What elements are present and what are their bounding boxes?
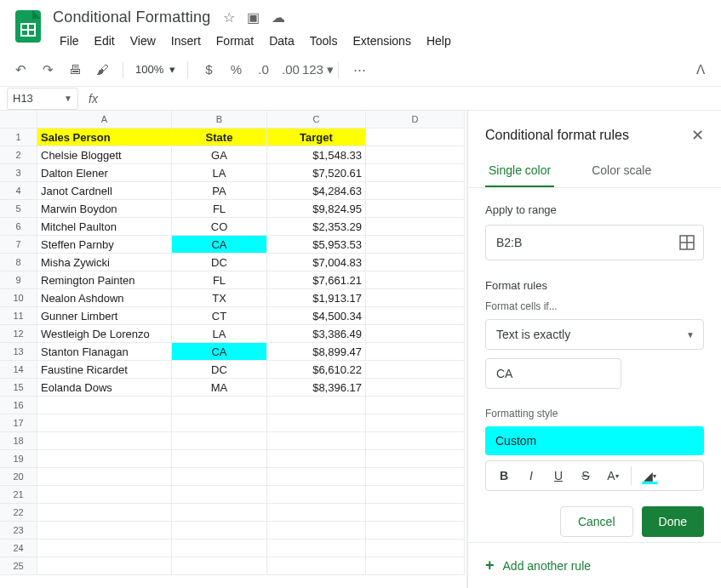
row-header[interactable]: 18 [0, 432, 37, 450]
cell[interactable] [366, 432, 465, 450]
move-icon[interactable]: ▣ [247, 9, 260, 26]
cell[interactable] [37, 504, 172, 522]
cell[interactable] [37, 486, 172, 504]
text-color-button[interactable]: A▾ [600, 464, 626, 488]
cell[interactable] [366, 504, 465, 522]
cell[interactable] [37, 557, 172, 575]
row-header[interactable]: 2 [0, 146, 37, 164]
cell[interactable]: $7,661.21 [267, 271, 366, 289]
bold-button[interactable]: B [491, 464, 517, 488]
cell[interactable] [366, 182, 465, 200]
decrease-decimal-button[interactable]: .0 [251, 58, 275, 82]
cell[interactable]: Chelsie Bloggett [37, 146, 172, 164]
cell[interactable] [267, 486, 366, 504]
cell[interactable]: DC [172, 361, 267, 379]
star-icon[interactable]: ☆ [223, 9, 235, 26]
row-header[interactable]: 24 [0, 539, 37, 557]
range-input[interactable]: B2:B [485, 225, 704, 260]
cell[interactable] [172, 539, 267, 557]
cell[interactable] [37, 539, 172, 557]
cell[interactable]: $3,386.49 [267, 325, 366, 343]
sheets-logo[interactable] [14, 7, 44, 46]
cell[interactable]: Stanton Flanagan [37, 343, 172, 361]
cell[interactable] [37, 432, 172, 450]
cell[interactable] [366, 271, 465, 289]
menu-file[interactable]: File [53, 31, 86, 51]
cell[interactable] [172, 450, 267, 468]
cell[interactable]: PA [172, 182, 267, 200]
name-box[interactable]: H13 ▼ [7, 88, 78, 110]
cell[interactable]: Eolanda Dows [37, 379, 172, 397]
cell[interactable] [37, 522, 172, 539]
condition-dropdown[interactable]: Text is exactly ▼ [485, 319, 704, 350]
cell[interactable] [267, 432, 366, 450]
cell[interactable]: FL [172, 271, 267, 289]
cell[interactable] [366, 557, 465, 575]
cell[interactable] [172, 432, 267, 450]
row-header[interactable]: 23 [0, 522, 37, 539]
cell[interactable]: DC [172, 254, 267, 271]
row-header[interactable]: 19 [0, 450, 37, 468]
menu-format[interactable]: Format [209, 31, 260, 51]
row-header[interactable]: 4 [0, 182, 37, 200]
cell[interactable] [172, 486, 267, 504]
menu-extensions[interactable]: Extensions [346, 31, 417, 51]
cell[interactable] [172, 468, 267, 486]
cell[interactable]: Faustine Ricardet [37, 361, 172, 379]
done-button[interactable]: Done [642, 506, 704, 537]
cell[interactable]: Janot Cardnell [37, 182, 172, 200]
cell[interactable] [366, 450, 465, 468]
cell[interactable] [172, 414, 267, 432]
cell[interactable]: Misha Zywicki [37, 254, 172, 271]
close-icon[interactable]: ✕ [691, 126, 704, 145]
cell[interactable]: FL [172, 200, 267, 218]
row-header[interactable]: 20 [0, 468, 37, 486]
cell[interactable]: LA [172, 325, 267, 343]
row-header[interactable]: 9 [0, 271, 37, 289]
redo-button[interactable]: ↷ [36, 58, 60, 82]
cell[interactable] [366, 289, 465, 307]
cell[interactable]: $9,824.95 [267, 200, 366, 218]
cell[interactable]: MA [172, 379, 267, 397]
cell[interactable]: Gunner Limbert [37, 307, 172, 325]
cell[interactable]: Dalton Elener [37, 164, 172, 182]
cell[interactable] [366, 218, 465, 236]
cell[interactable] [366, 486, 465, 504]
cell[interactable] [37, 397, 172, 414]
cell[interactable]: $1,548.33 [267, 146, 366, 164]
cell[interactable]: TX [172, 289, 267, 307]
cancel-button[interactable]: Cancel [560, 506, 633, 537]
row-header[interactable]: 13 [0, 343, 37, 361]
row-header[interactable]: 11 [0, 307, 37, 325]
cell[interactable] [366, 361, 465, 379]
cell[interactable] [37, 414, 172, 432]
collapse-toolbar-button[interactable]: ᐱ [689, 58, 712, 82]
row-header[interactable]: 16 [0, 397, 37, 414]
cell[interactable]: Remington Painten [37, 271, 172, 289]
style-preview[interactable]: Custom [485, 426, 704, 455]
cell[interactable]: $7,004.83 [267, 254, 366, 271]
cloud-icon[interactable]: ☁ [272, 9, 285, 26]
column-header[interactable]: D [366, 111, 465, 128]
cell[interactable] [366, 146, 465, 164]
print-button[interactable]: 🖶 [63, 58, 87, 82]
cell[interactable] [37, 450, 172, 468]
cell[interactable]: Target [267, 128, 366, 146]
cell[interactable]: Steffen Parnby [37, 236, 172, 254]
select-all-corner[interactable] [0, 111, 37, 128]
formula-input[interactable] [108, 87, 721, 110]
cell[interactable]: Westleigh De Lorenzo [37, 325, 172, 343]
menu-insert[interactable]: Insert [164, 31, 208, 51]
cell[interactable] [366, 236, 465, 254]
underline-button[interactable]: U [546, 464, 571, 488]
cell[interactable] [172, 397, 267, 414]
cell[interactable]: $4,284.63 [267, 182, 366, 200]
menu-view[interactable]: View [123, 31, 163, 51]
cell[interactable] [366, 200, 465, 218]
cell[interactable] [267, 450, 366, 468]
spreadsheet-grid[interactable]: ABCD1Sales PersonStateTarget2Chelsie Blo… [0, 111, 466, 575]
cell[interactable] [267, 557, 366, 575]
cell[interactable]: Mitchel Paulton [37, 218, 172, 236]
menu-help[interactable]: Help [420, 31, 458, 51]
zoom-dropdown[interactable]: 100% ▾ [132, 63, 179, 76]
